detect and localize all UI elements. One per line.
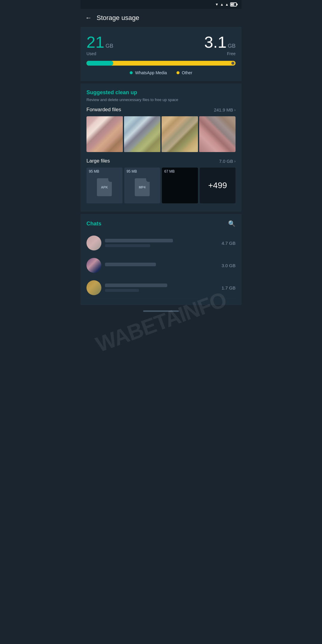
large-files-size: 7.0 GB › bbox=[219, 159, 236, 164]
file-thumb-more[interactable]: +499 bbox=[200, 168, 236, 203]
chat-name-bar-3 bbox=[105, 284, 167, 287]
storage-legend: WhatsApp Media Other bbox=[86, 70, 236, 75]
chat-sub-bar-1 bbox=[105, 244, 150, 247]
forwarded-files-header[interactable]: Forwarded files 241.9 MB › bbox=[86, 107, 236, 113]
bottom-handle bbox=[143, 310, 179, 312]
apk-icon: APK bbox=[97, 178, 112, 196]
large-files-header[interactable]: Large files 7.0 GB › bbox=[86, 158, 236, 164]
chat-item-3[interactable]: 1.7 GB bbox=[86, 277, 236, 299]
whatsapp-dot bbox=[130, 71, 133, 74]
thumb-2 bbox=[124, 116, 160, 152]
chat-info-3 bbox=[105, 284, 218, 292]
chat-item-2[interactable]: 3.0 GB bbox=[86, 254, 236, 277]
search-icon[interactable]: 🔍 bbox=[228, 220, 236, 227]
file-thumb-apk[interactable]: 95 MB APK bbox=[86, 168, 123, 203]
battery-icon: 74 bbox=[230, 2, 237, 7]
forwarded-files-size: 241.9 MB › bbox=[214, 107, 236, 112]
chats-section: Chats 🔍 4.7 GB 3.0 GB 1.7 GB bbox=[80, 214, 242, 305]
chat-item-1[interactable]: 4.7 GB bbox=[86, 232, 236, 254]
forwarded-files-label: Forwarded files bbox=[86, 107, 121, 113]
large-files-chevron: › bbox=[234, 159, 236, 163]
storage-progress-bar bbox=[86, 61, 236, 66]
chat-name-bar-2 bbox=[105, 263, 156, 266]
progress-whatsapp bbox=[86, 61, 113, 66]
chat-info-1 bbox=[105, 239, 218, 247]
chat-name-bar-1 bbox=[105, 239, 173, 242]
chat-size-2: 3.0 GB bbox=[222, 263, 236, 268]
thumb-3 bbox=[162, 116, 198, 152]
status-icons: ▼ ▲ ▲ 74 bbox=[215, 2, 237, 7]
status-bar: ▼ ▲ ▲ 74 bbox=[80, 0, 242, 9]
used-number: 21 bbox=[86, 34, 104, 50]
mp4-icon: MP4 bbox=[135, 178, 150, 196]
chats-label: Chats bbox=[86, 221, 101, 227]
signal2-icon: ▲ bbox=[225, 2, 229, 7]
free-label: Free bbox=[204, 51, 236, 56]
large-files-grid: 95 MB APK 95 MB MP4 67 MB +499 bbox=[86, 168, 236, 203]
used-label: Used bbox=[86, 51, 113, 56]
other-label: Other bbox=[182, 70, 192, 75]
chat-size-3: 1.7 GB bbox=[222, 285, 236, 290]
back-button[interactable]: ← bbox=[85, 14, 92, 22]
large-files-section: Large files 7.0 GB › 95 MB APK 95 MB MP4 bbox=[86, 158, 236, 203]
chat-avatar-2 bbox=[86, 258, 101, 273]
forwarded-chevron: › bbox=[234, 108, 236, 112]
cleanup-title: Suggested clean up bbox=[86, 89, 236, 96]
legend-whatsapp: WhatsApp Media bbox=[130, 70, 167, 75]
signal-icon: ▲ bbox=[220, 2, 224, 7]
chat-size-1: 4.7 GB bbox=[222, 241, 236, 246]
storage-section: 21 GB Used 3.1 GB Free WhatsApp Media Ot… bbox=[80, 27, 242, 81]
chat-avatar-1 bbox=[86, 236, 101, 250]
page-title: Storage usage bbox=[97, 14, 139, 22]
legend-other: Other bbox=[177, 70, 192, 75]
cleanup-section: Suggested clean up Review and delete unn… bbox=[80, 83, 242, 212]
used-unit: GB bbox=[106, 43, 113, 49]
forwarded-thumbnails[interactable] bbox=[86, 116, 236, 152]
free-unit: GB bbox=[228, 43, 236, 49]
free-number: 3.1 bbox=[204, 34, 227, 50]
chat-sub-bar-3 bbox=[105, 289, 139, 292]
thumb-4 bbox=[199, 116, 236, 152]
other-dot bbox=[177, 71, 179, 74]
storage-used: 21 GB Used bbox=[86, 34, 113, 56]
storage-free: 3.1 GB Free bbox=[204, 34, 236, 56]
storage-numbers: 21 GB Used 3.1 GB Free bbox=[86, 34, 236, 56]
thumb-1 bbox=[86, 116, 123, 152]
chats-header: Chats 🔍 bbox=[86, 220, 236, 227]
wifi-icon: ▼ bbox=[215, 2, 219, 7]
chat-info-2 bbox=[105, 263, 218, 268]
large-files-label: Large files bbox=[86, 158, 110, 164]
chat-avatar-3 bbox=[86, 280, 101, 295]
whatsapp-label: WhatsApp Media bbox=[135, 70, 167, 75]
progress-end-dot bbox=[231, 62, 234, 65]
top-bar: ← Storage usage bbox=[80, 9, 242, 27]
cleanup-subtitle: Review and delete unnecessary files to f… bbox=[86, 97, 236, 102]
file-thumb-unknown[interactable]: 67 MB bbox=[162, 168, 198, 203]
file-thumb-mp4[interactable]: 95 MB MP4 bbox=[124, 168, 160, 203]
